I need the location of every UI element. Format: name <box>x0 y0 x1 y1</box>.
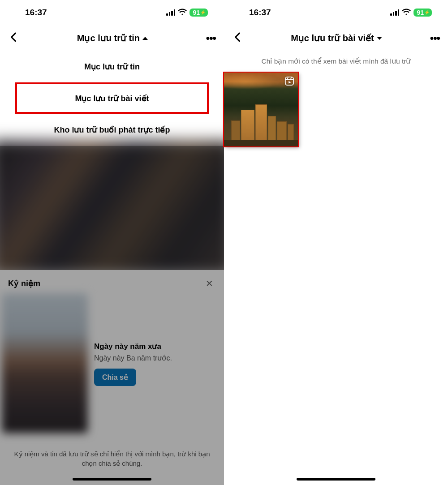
screen-right: 16:37 91⚡ Mục lưu trữ bài viết ••• Chỉ b… <box>224 0 448 485</box>
back-button[interactable] <box>7 30 20 47</box>
signal-icon <box>390 9 399 16</box>
battery-indicator: 91⚡ <box>190 9 208 17</box>
status-bar: 16:37 91⚡ <box>224 0 448 25</box>
reel-icon <box>284 76 294 86</box>
nav-title-text: Mục lưu trữ bài viết <box>291 33 374 43</box>
screen-left: 16:37 91⚡ Mục lưu trữ tin ••• Mục lưu tr… <box>0 0 224 485</box>
chevron-left-icon <box>10 32 17 42</box>
archive-type-dropdown: Mục lưu trữ tin Mục lưu trữ bài viết Kho… <box>0 51 224 146</box>
battery-indicator: 91⚡ <box>414 9 432 17</box>
status-bar: 16:37 91⚡ <box>0 0 224 25</box>
chevron-down-icon <box>377 37 382 40</box>
status-time: 16:37 <box>249 8 271 17</box>
more-button[interactable]: ••• <box>205 30 217 46</box>
archived-post-item[interactable] <box>224 73 298 146</box>
nav-bar: Mục lưu trữ bài viết ••• <box>224 25 448 51</box>
charging-icon: ⚡ <box>200 10 206 15</box>
nav-title-text: Mục lưu trữ tin <box>77 33 140 43</box>
dropdown-option-stories[interactable]: Mục lưu trữ tin <box>0 51 224 82</box>
archived-posts-grid <box>224 73 448 146</box>
chevron-up-icon <box>142 37 148 40</box>
home-indicator[interactable] <box>297 478 375 481</box>
wifi-icon <box>402 8 411 17</box>
status-right: 91⚡ <box>166 8 208 17</box>
dropdown-option-posts[interactable]: Mục lưu trữ bài viết <box>15 82 209 114</box>
back-button[interactable] <box>231 30 244 47</box>
status-right: 91⚡ <box>390 8 432 17</box>
modal-backdrop[interactable] <box>0 146 224 485</box>
signal-icon <box>166 9 175 16</box>
nav-bar: Mục lưu trữ tin ••• <box>0 25 224 51</box>
svg-rect-0 <box>285 77 293 85</box>
archive-privacy-note: Chỉ bạn mới có thể xem bài viết mình đã … <box>224 51 448 73</box>
more-button[interactable]: ••• <box>429 30 441 46</box>
chevron-left-icon <box>234 32 241 42</box>
status-time: 16:37 <box>25 8 47 17</box>
nav-title-dropdown[interactable]: Mục lưu trữ bài viết <box>291 33 382 43</box>
home-indicator[interactable] <box>73 478 151 481</box>
nav-title-dropdown[interactable]: Mục lưu trữ tin <box>77 33 148 43</box>
charging-icon: ⚡ <box>424 10 430 15</box>
wifi-icon <box>178 8 187 17</box>
